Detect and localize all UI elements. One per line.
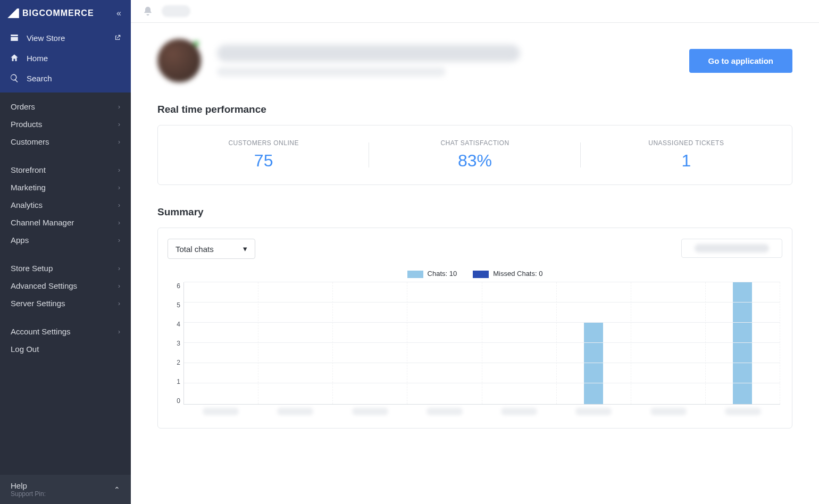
legend-swatch-missed (473, 271, 489, 278)
perf-card: CUSTOMERS ONLINE 75 CHAT SATISFACTION 83… (157, 125, 792, 185)
chart-x-axis (183, 408, 780, 418)
support-pin-label: Support Pin: (11, 490, 46, 498)
nav-account-settings[interactable]: Account Settings› (0, 323, 131, 340)
nav-orders[interactable]: Orders› (0, 98, 131, 115)
topbar (131, 0, 819, 23)
welcome-title-blurred (217, 45, 520, 62)
home-icon (10, 53, 19, 63)
chevron-right-icon: › (118, 138, 120, 146)
go-to-application-button[interactable]: Go to application (689, 49, 793, 73)
search-icon (10, 73, 19, 83)
nav-server-settings[interactable]: Server Settings› (0, 295, 131, 312)
topbar-blurred-label (162, 5, 190, 17)
nav-logout[interactable]: Log Out (0, 340, 131, 358)
welcome-row: Go to application (157, 39, 792, 82)
chevron-right-icon: › (118, 265, 120, 272)
nav-channel-manager[interactable]: Channel Manager› (0, 214, 131, 231)
chevron-right-icon: › (118, 184, 120, 191)
nav-store-setup[interactable]: Store Setup› (0, 259, 131, 277)
chart-legend: Chats: 10 Missed Chats: 0 (168, 270, 782, 278)
chevron-right-icon: › (118, 219, 120, 226)
nav-products[interactable]: Products› (0, 115, 131, 133)
chart-bar (733, 282, 752, 404)
nav-group-3: Store Setup› Advanced Settings› Server S… (0, 254, 131, 317)
nav-apps[interactable]: Apps› (0, 231, 131, 249)
nav-marketing[interactable]: Marketing› (0, 179, 131, 196)
brand-logo: BIGCOMMERCE (7, 9, 94, 18)
home-link[interactable]: Home (0, 48, 131, 68)
chevron-right-icon: › (118, 328, 120, 335)
search-link[interactable]: Search (0, 68, 131, 88)
chevron-right-icon: › (118, 103, 120, 111)
chart-y-axis: 6543210 (168, 282, 180, 405)
chart-plot-area (183, 282, 780, 405)
store-icon (10, 33, 19, 43)
perf-customers-online: CUSTOMERS ONLINE 75 (158, 139, 369, 171)
help-label: Help (11, 481, 46, 490)
nav-customers[interactable]: Customers› (0, 133, 131, 150)
perf-section-title: Real time performance (157, 104, 792, 115)
nav-group-2: Storefront› Marketing› Analytics› Channe… (0, 156, 131, 254)
nav-analytics[interactable]: Analytics› (0, 196, 131, 214)
summary-card: Total chats ▾ Chats: 10 Missed Chats: 0 … (157, 228, 792, 429)
nav-storefront[interactable]: Storefront› (0, 161, 131, 179)
main-content: Go to application Real time performance … (131, 0, 819, 504)
summary-metric-dropdown[interactable]: Total chats ▾ (168, 239, 255, 259)
chevron-up-icon: ⌃ (114, 485, 120, 494)
summary-section-title: Summary (157, 206, 792, 218)
sidebar-brand-section: BIGCOMMERCE « View Store Home Search (0, 0, 131, 93)
welcome-subtitle-blurred (217, 67, 446, 77)
chevron-down-icon: ▾ (243, 244, 247, 254)
collapse-sidebar-icon[interactable]: « (116, 9, 121, 18)
user-avatar (157, 39, 201, 82)
chevron-right-icon: › (118, 121, 120, 128)
external-link-icon (114, 34, 121, 41)
chevron-right-icon: › (118, 201, 120, 209)
bell-icon[interactable] (143, 6, 153, 16)
sidebar-help-section[interactable]: Help Support Pin: ⌃ (0, 475, 131, 504)
nav-advanced-settings[interactable]: Advanced Settings› (0, 277, 131, 295)
chevron-right-icon: › (118, 282, 120, 290)
perf-chat-satisfaction: CHAT SATISFACTION 83% (369, 139, 580, 171)
nav-group-1: Orders› Products› Customers› (0, 93, 131, 156)
chevron-right-icon: › (118, 237, 120, 244)
legend-swatch-chats (407, 271, 423, 278)
view-store-link[interactable]: View Store (0, 28, 131, 48)
nav-group-4: Account Settings› Log Out (0, 317, 131, 363)
chevron-right-icon: › (118, 166, 120, 174)
date-range-picker[interactable] (681, 239, 782, 258)
sidebar: BIGCOMMERCE « View Store Home Search Ord… (0, 0, 131, 504)
perf-unassigned-tickets: UNASSIGNED TICKETS 1 (581, 139, 792, 171)
summary-chart: 6543210 (168, 282, 782, 415)
chevron-right-icon: › (118, 300, 120, 307)
chart-bar (584, 323, 603, 404)
